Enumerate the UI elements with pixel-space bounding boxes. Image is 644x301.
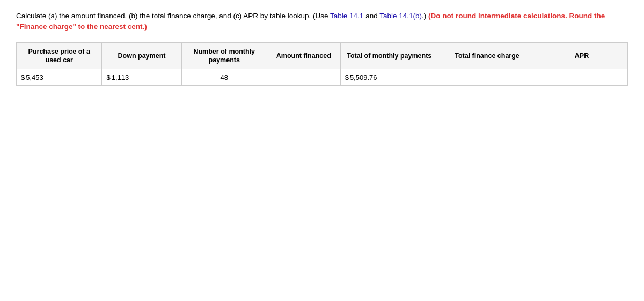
num-payments-value: 48 xyxy=(221,74,228,82)
header-total-monthly: Total of monthly payments xyxy=(340,42,438,69)
total-finance-input[interactable] xyxy=(443,72,531,82)
instructions-end: .) xyxy=(422,12,428,20)
cell-apr[interactable] xyxy=(536,69,628,86)
table2-link[interactable]: Table 14.1(b) xyxy=(379,12,422,20)
purchase-value: 5,453 xyxy=(26,74,43,82)
cell-total-finance[interactable] xyxy=(438,69,536,86)
amount-financed-input[interactable] xyxy=(272,72,336,82)
main-table: Purchase price of a used car Down paymen… xyxy=(16,42,628,86)
instructions-text: Calculate (a) the amount financed, (b) t… xyxy=(16,11,628,33)
total-monthly-dollar-sign: $ xyxy=(345,74,349,82)
total-monthly-value: 5,509.76 xyxy=(350,74,377,82)
instructions-and: and xyxy=(363,12,379,20)
cell-amount-financed[interactable] xyxy=(267,69,340,86)
instructions-main: Calculate (a) the amount financed, (b) t… xyxy=(16,12,330,20)
cell-purchase-price: $ 5,453 xyxy=(17,69,102,86)
apr-input[interactable] xyxy=(540,72,623,82)
header-total-finance: Total finance charge xyxy=(438,42,536,69)
cell-num-payments: 48 xyxy=(181,69,267,86)
cell-down-payment: $ 1,113 xyxy=(102,69,181,86)
header-apr: APR xyxy=(536,42,628,69)
cell-total-monthly: $ 5,509.76 xyxy=(340,69,438,86)
header-down-payment: Down payment xyxy=(102,42,181,69)
purchase-dollar-sign: $ xyxy=(21,74,25,82)
table-row: $ 5,453 $ 1,113 48 $ 5,509.76 xyxy=(17,69,628,86)
header-amount-financed: Amount financed xyxy=(267,42,340,69)
header-num-monthly: Number of monthly payments xyxy=(181,42,267,69)
header-purchase-price: Purchase price of a used car xyxy=(17,42,102,69)
table1-link[interactable]: Table 14.1 xyxy=(330,12,363,20)
down-dollar-sign: $ xyxy=(106,74,110,82)
down-value: 1,113 xyxy=(112,74,129,82)
